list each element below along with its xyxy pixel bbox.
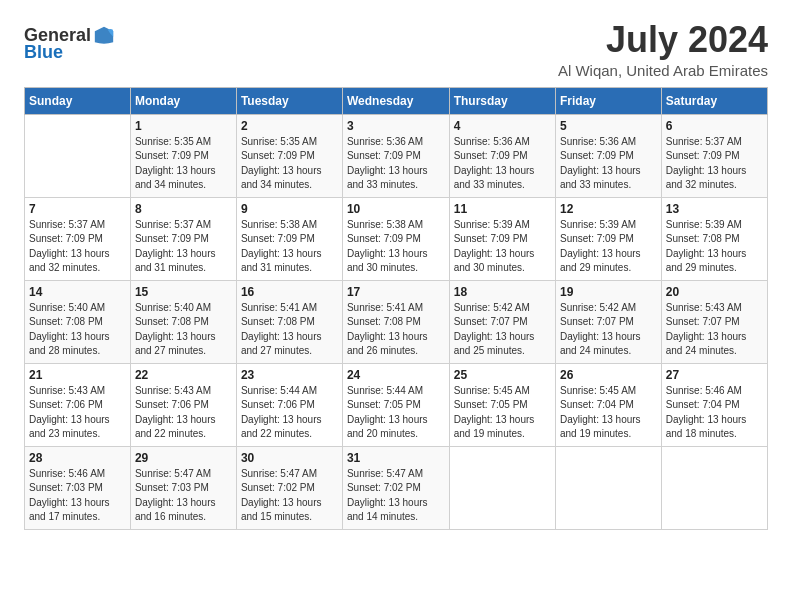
day-number: 11 [454,202,551,216]
day-number: 27 [666,368,763,382]
day-info: Sunrise: 5:37 AMSunset: 7:09 PMDaylight:… [135,218,232,276]
table-row: 19Sunrise: 5:42 AMSunset: 7:07 PMDayligh… [556,280,662,363]
day-info: Sunrise: 5:43 AMSunset: 7:07 PMDaylight:… [666,301,763,359]
location-title: Al Wiqan, United Arab Emirates [558,62,768,79]
table-row: 31Sunrise: 5:47 AMSunset: 7:02 PMDayligh… [342,446,449,529]
day-number: 1 [135,119,232,133]
page-header: General Blue July 2024 Al Wiqan, United … [24,20,768,79]
table-row: 9Sunrise: 5:38 AMSunset: 7:09 PMDaylight… [236,197,342,280]
day-number: 31 [347,451,445,465]
calendar-table: Sunday Monday Tuesday Wednesday Thursday… [24,87,768,530]
day-info: Sunrise: 5:45 AMSunset: 7:04 PMDaylight:… [560,384,657,442]
table-row: 15Sunrise: 5:40 AMSunset: 7:08 PMDayligh… [130,280,236,363]
table-row: 12Sunrise: 5:39 AMSunset: 7:09 PMDayligh… [556,197,662,280]
day-info: Sunrise: 5:36 AMSunset: 7:09 PMDaylight:… [454,135,551,193]
col-saturday: Saturday [661,87,767,114]
day-number: 5 [560,119,657,133]
table-row: 17Sunrise: 5:41 AMSunset: 7:08 PMDayligh… [342,280,449,363]
table-row: 24Sunrise: 5:44 AMSunset: 7:05 PMDayligh… [342,363,449,446]
day-info: Sunrise: 5:39 AMSunset: 7:09 PMDaylight:… [454,218,551,276]
table-row: 16Sunrise: 5:41 AMSunset: 7:08 PMDayligh… [236,280,342,363]
table-row: 27Sunrise: 5:46 AMSunset: 7:04 PMDayligh… [661,363,767,446]
col-thursday: Thursday [449,87,555,114]
day-info: Sunrise: 5:39 AMSunset: 7:09 PMDaylight:… [560,218,657,276]
day-info: Sunrise: 5:36 AMSunset: 7:09 PMDaylight:… [560,135,657,193]
day-info: Sunrise: 5:35 AMSunset: 7:09 PMDaylight:… [241,135,338,193]
col-monday: Monday [130,87,236,114]
calendar-week-3: 14Sunrise: 5:40 AMSunset: 7:08 PMDayligh… [25,280,768,363]
day-info: Sunrise: 5:42 AMSunset: 7:07 PMDaylight:… [560,301,657,359]
day-number: 6 [666,119,763,133]
table-row: 20Sunrise: 5:43 AMSunset: 7:07 PMDayligh… [661,280,767,363]
header-row: Sunday Monday Tuesday Wednesday Thursday… [25,87,768,114]
day-info: Sunrise: 5:40 AMSunset: 7:08 PMDaylight:… [135,301,232,359]
day-number: 19 [560,285,657,299]
day-info: Sunrise: 5:43 AMSunset: 7:06 PMDaylight:… [29,384,126,442]
table-row [25,114,131,197]
day-number: 8 [135,202,232,216]
calendar-week-4: 21Sunrise: 5:43 AMSunset: 7:06 PMDayligh… [25,363,768,446]
day-number: 10 [347,202,445,216]
table-row: 22Sunrise: 5:43 AMSunset: 7:06 PMDayligh… [130,363,236,446]
day-info: Sunrise: 5:43 AMSunset: 7:06 PMDaylight:… [135,384,232,442]
table-row: 10Sunrise: 5:38 AMSunset: 7:09 PMDayligh… [342,197,449,280]
table-row: 13Sunrise: 5:39 AMSunset: 7:08 PMDayligh… [661,197,767,280]
month-title: July 2024 [558,20,768,60]
col-friday: Friday [556,87,662,114]
table-row: 21Sunrise: 5:43 AMSunset: 7:06 PMDayligh… [25,363,131,446]
logo-icon [93,24,115,46]
day-info: Sunrise: 5:35 AMSunset: 7:09 PMDaylight:… [135,135,232,193]
table-row: 6Sunrise: 5:37 AMSunset: 7:09 PMDaylight… [661,114,767,197]
day-number: 9 [241,202,338,216]
day-number: 28 [29,451,126,465]
day-number: 23 [241,368,338,382]
day-info: Sunrise: 5:41 AMSunset: 7:08 PMDaylight:… [241,301,338,359]
col-wednesday: Wednesday [342,87,449,114]
day-info: Sunrise: 5:39 AMSunset: 7:08 PMDaylight:… [666,218,763,276]
day-number: 2 [241,119,338,133]
day-number: 3 [347,119,445,133]
day-info: Sunrise: 5:47 AMSunset: 7:03 PMDaylight:… [135,467,232,525]
table-row: 3Sunrise: 5:36 AMSunset: 7:09 PMDaylight… [342,114,449,197]
table-row: 7Sunrise: 5:37 AMSunset: 7:09 PMDaylight… [25,197,131,280]
day-info: Sunrise: 5:38 AMSunset: 7:09 PMDaylight:… [347,218,445,276]
calendar-week-5: 28Sunrise: 5:46 AMSunset: 7:03 PMDayligh… [25,446,768,529]
day-number: 30 [241,451,338,465]
day-number: 15 [135,285,232,299]
day-info: Sunrise: 5:44 AMSunset: 7:06 PMDaylight:… [241,384,338,442]
day-number: 16 [241,285,338,299]
day-number: 18 [454,285,551,299]
table-row: 1Sunrise: 5:35 AMSunset: 7:09 PMDaylight… [130,114,236,197]
day-info: Sunrise: 5:41 AMSunset: 7:08 PMDaylight:… [347,301,445,359]
day-info: Sunrise: 5:37 AMSunset: 7:09 PMDaylight:… [666,135,763,193]
day-number: 25 [454,368,551,382]
day-info: Sunrise: 5:37 AMSunset: 7:09 PMDaylight:… [29,218,126,276]
day-number: 22 [135,368,232,382]
day-info: Sunrise: 5:36 AMSunset: 7:09 PMDaylight:… [347,135,445,193]
day-info: Sunrise: 5:45 AMSunset: 7:05 PMDaylight:… [454,384,551,442]
day-number: 7 [29,202,126,216]
calendar-week-2: 7Sunrise: 5:37 AMSunset: 7:09 PMDaylight… [25,197,768,280]
col-sunday: Sunday [25,87,131,114]
table-row: 2Sunrise: 5:35 AMSunset: 7:09 PMDaylight… [236,114,342,197]
day-number: 26 [560,368,657,382]
day-number: 17 [347,285,445,299]
day-info: Sunrise: 5:42 AMSunset: 7:07 PMDaylight:… [454,301,551,359]
table-row: 30Sunrise: 5:47 AMSunset: 7:02 PMDayligh… [236,446,342,529]
day-number: 14 [29,285,126,299]
table-row: 26Sunrise: 5:45 AMSunset: 7:04 PMDayligh… [556,363,662,446]
day-info: Sunrise: 5:38 AMSunset: 7:09 PMDaylight:… [241,218,338,276]
day-info: Sunrise: 5:47 AMSunset: 7:02 PMDaylight:… [347,467,445,525]
logo: General Blue [24,24,115,63]
table-row: 8Sunrise: 5:37 AMSunset: 7:09 PMDaylight… [130,197,236,280]
table-row: 25Sunrise: 5:45 AMSunset: 7:05 PMDayligh… [449,363,555,446]
day-info: Sunrise: 5:46 AMSunset: 7:03 PMDaylight:… [29,467,126,525]
table-row [556,446,662,529]
title-block: July 2024 Al Wiqan, United Arab Emirates [558,20,768,79]
calendar-week-1: 1Sunrise: 5:35 AMSunset: 7:09 PMDaylight… [25,114,768,197]
day-info: Sunrise: 5:44 AMSunset: 7:05 PMDaylight:… [347,384,445,442]
day-number: 21 [29,368,126,382]
day-info: Sunrise: 5:46 AMSunset: 7:04 PMDaylight:… [666,384,763,442]
table-row [449,446,555,529]
day-number: 20 [666,285,763,299]
